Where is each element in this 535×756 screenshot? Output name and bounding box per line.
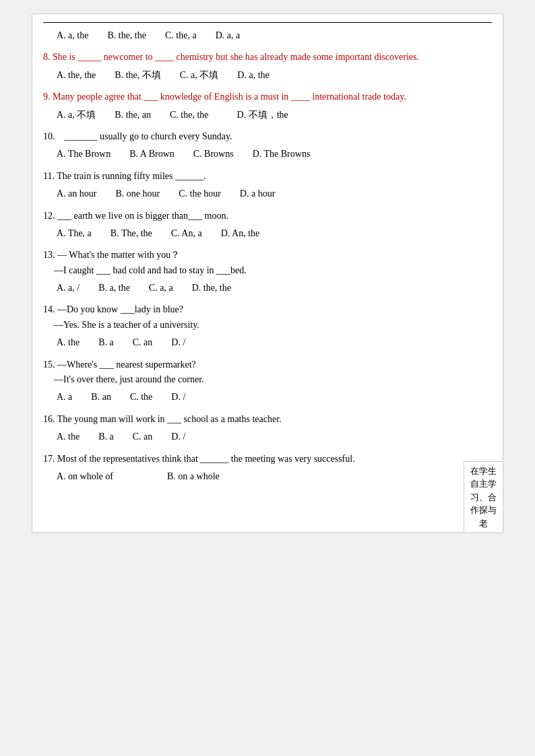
question-17-option-b: B. on a whole (167, 469, 220, 484)
question-17-options-row: A. on whole of B. on a whole (43, 469, 492, 484)
page-container: A. a, the B. the, the C. the, a D. a, a … (32, 13, 503, 533)
question-8-text: 8. She is _____ newcomer to ____ chemist… (43, 50, 492, 65)
question-13-block: 13. — What's the matter with you？ —I cau… (43, 248, 492, 296)
question-16-text: 16. The young man will work in ___ schoo… (43, 412, 492, 427)
question-12-options: A. The, a B. The, the C. An, a D. An, th… (43, 226, 492, 241)
question-11-text: 11. The train is running fifty miles ___… (43, 169, 492, 184)
question-13-text: 13. — What's the matter with you？ (43, 248, 492, 263)
question-9-text: 9. Many people agree that ___ knowledge … (43, 90, 492, 104)
side-note: 在学生自主学习、合作探与老 (464, 461, 503, 533)
question-12-text: 12. ___ earth we live on is bigger than_… (43, 209, 492, 224)
question-14-subtext: —Yes. She is a teacher of a university. (43, 318, 492, 333)
question-15-text: 15. —Where's ___ nearest supermarket? (43, 357, 492, 372)
question-13-options: A. a, / B. a, the C. a, a D. the, the (43, 281, 492, 296)
question-16-block: 16. The young man will work in ___ schoo… (43, 412, 492, 445)
header-options: A. a, the B. the, the C. the, a D. a, a (43, 28, 492, 43)
question-16-options: A. the B. a C. an D. / (43, 429, 492, 444)
question-11-options: A. an hour B. one hour C. the hour D. a … (43, 186, 492, 201)
question-14-block: 14. —Do you know ___lady in blue? —Yes. … (43, 302, 492, 350)
header-options-block: A. a, the B. the, the C. the, a D. a, a (43, 28, 492, 43)
question-14-text: 14. —Do you know ___lady in blue? (43, 302, 492, 317)
question-10-options: A. The Brown B. A Brown C. Browns D. The… (43, 147, 492, 162)
question-15-subtext: —It's over there, just around the corner… (43, 372, 492, 387)
question-12-block: 12. ___ earth we live on is bigger than_… (43, 209, 492, 242)
question-15-block: 15. —Where's ___ nearest supermarket? —I… (43, 357, 492, 405)
question-17-block: 17. Most of the representatives think th… (43, 452, 492, 485)
question-9-options: A. a, 不填 B. the, an C. the, the D. 不填，th… (43, 108, 492, 123)
question-15-options: A. a B. an C. the D. / (43, 390, 492, 405)
question-17-text: 17. Most of the representatives think th… (43, 452, 492, 467)
question-8-options: A. the, the B. the, 不填 C. a, 不填 D. a, th… (43, 68, 492, 83)
question-10-block: 10. _______ usually go to church every S… (43, 129, 492, 162)
question-9-block: 9. Many people agree that ___ knowledge … (43, 90, 492, 123)
question-8-block: 8. She is _____ newcomer to ____ chemist… (43, 50, 492, 83)
question-13-subtext: —I caught ___ bad cold and had to stay i… (43, 263, 492, 278)
question-17-option-a: A. on whole of (57, 469, 113, 484)
side-note-text: 在学生自主学习、合作探与老 (470, 466, 497, 528)
question-10-text: 10. _______ usually go to church every S… (43, 129, 492, 144)
question-14-options: A. the B. a C. an D. / (43, 335, 492, 350)
question-11-block: 11. The train is running fifty miles ___… (43, 169, 492, 202)
